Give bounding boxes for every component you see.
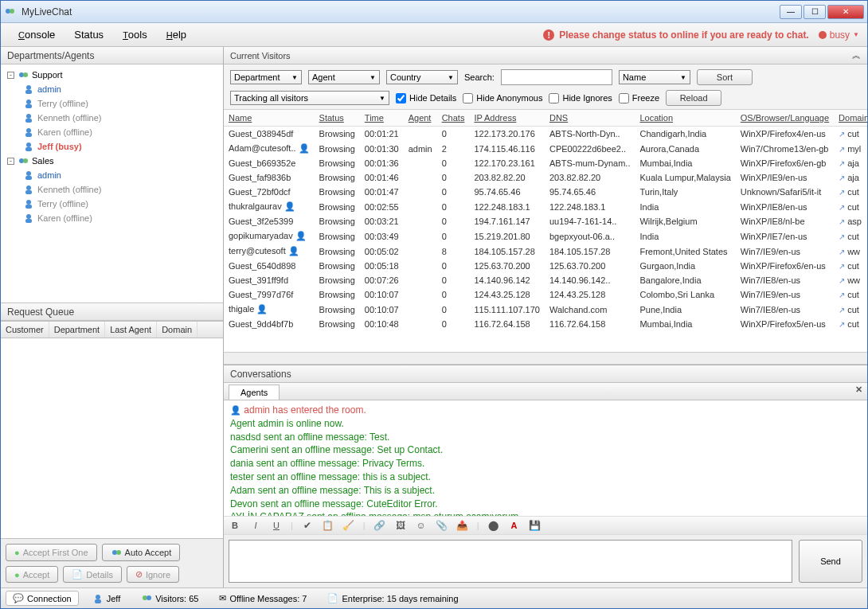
reload-button[interactable]: Reload [666,90,721,106]
table-row[interactable]: Guest_b669352eBrowsing00:01:360122.170.2… [224,156,867,170]
tree-user[interactable]: Karen (offline) [2,211,221,225]
department-dropdown[interactable]: Department▼ [230,70,302,84]
accept-button[interactable]: ●Accept [6,566,58,583]
details-button[interactable]: 📄Details [63,566,122,583]
tree-user[interactable]: admin [2,82,221,96]
maximize-button[interactable]: ☐ [803,5,826,19]
agents-tree[interactable]: -SupportadminTerry (offline)Kenneth (off… [1,64,223,303]
sb-connection[interactable]: 💬Connection [6,591,79,606]
table-row[interactable]: Guest_038945dfBrowsing00:01:210122.173.2… [224,127,867,142]
font-color-icon[interactable]: A [508,519,521,532]
sort-button[interactable]: Sort [697,69,753,85]
table-row[interactable]: Adam@cutesoft.. 👤Browsing00:01:30admin21… [224,141,867,156]
svg-point-18 [26,185,31,190]
scrollbar[interactable] [224,352,867,365]
warning-icon: ! [543,29,554,41]
conv-line: Camerini sent an offline message: Set up… [230,443,861,457]
th-ip[interactable]: IP Address [469,110,545,127]
conv-line: nasdsd sent an offline message: Test. [230,431,861,444]
col-customer[interactable]: Customer [1,322,49,338]
tree-group[interactable]: -Sales [2,154,221,168]
tree-user[interactable]: Jeff (busy) [2,139,221,154]
spellcheck-icon[interactable]: ✔ [301,519,314,532]
conv-line: Devon sent an offline message: CuteEdito… [230,498,861,511]
th-time[interactable]: Time [360,110,404,127]
svg-rect-21 [25,205,32,209]
menu-tools[interactable]: Tools [113,25,157,44]
th-name[interactable]: Name [224,110,315,127]
minimize-button[interactable]: — [780,5,802,19]
table-row[interactable]: Guest_391ff9fdBrowsing00:07:26014.140.96… [224,273,867,287]
th-status[interactable]: Status [315,110,360,127]
table-row[interactable]: Guest_faf9836bBrowsing00:01:460203.82.82… [224,170,867,185]
tab-agents[interactable]: Agents [229,385,280,400]
close-button[interactable]: ✕ [827,5,864,19]
col-department[interactable]: Department [49,322,105,338]
search-input[interactable] [501,69,612,85]
tree-group[interactable]: -Support [2,68,221,82]
tree-user[interactable]: Terry (offline) [2,197,221,211]
col-last-agent[interactable]: Last Agent [105,322,157,338]
table-row[interactable]: terry@cutesoft 👤Browsing00:05:028184.105… [224,244,867,259]
country-dropdown[interactable]: Country▼ [386,70,458,84]
tab-close-icon[interactable]: ✕ [850,383,867,400]
save-icon[interactable]: 💾 [529,519,542,532]
table-row[interactable]: thukralgaurav 👤Browsing00:02:550122.248.… [224,199,867,214]
image-icon[interactable]: 🖼 [394,519,407,532]
th-agent[interactable]: Agent [404,110,437,127]
tree-user[interactable]: Kenneth (offline) [2,182,221,197]
table-row[interactable]: Guest_6540d898Browsing00:05:180125.63.70… [224,259,867,273]
tree-user[interactable]: Karen (offline) [2,125,221,139]
attach-icon[interactable]: 📎 [436,519,448,532]
name-dropdown[interactable]: Name▼ [619,70,690,84]
send-file-icon[interactable]: 📤 [456,519,469,532]
col-domain[interactable]: Domain [157,322,197,338]
menu-status[interactable]: Status [65,25,113,44]
table-row[interactable]: Guest_9dd4bf7bBrowsing00:10:480116.72.64… [224,317,867,331]
conversation-body: 👤 admin has entered the room.Agent admin… [224,400,867,516]
message-input[interactable] [229,540,792,583]
collapse-icon[interactable]: ︽ [852,49,861,61]
tree-user[interactable]: Kenneth (offline) [2,111,221,125]
underline-icon[interactable]: U [270,519,283,532]
table-row[interactable]: gopikumaryadav 👤Browsing00:03:49015.219.… [224,228,867,244]
svg-point-29 [147,595,151,600]
menu-console[interactable]: Cdocument.currentScript.previousElementS… [9,25,65,44]
menu-help[interactable]: Help [157,25,196,44]
th-dns[interactable]: DNS [545,110,635,127]
svg-rect-23 [25,219,32,223]
table-row[interactable]: thigale 👤Browsing00:10:070115.111.107.17… [224,302,867,317]
agent-dropdown[interactable]: Agent▼ [308,70,380,84]
bold-icon[interactable]: B [229,519,241,532]
status-dropdown[interactable]: busy ▼ [819,29,859,41]
paste-icon[interactable]: 📋 [322,519,334,532]
hide-ignores-checkbox[interactable]: Hide Ignores [549,93,612,103]
sb-enterprise: 📄Enterprise: 15 days remaining [320,591,465,606]
color-icon[interactable]: ⬤ [487,519,500,532]
ignore-button[interactable]: ⊘Ignore [127,566,179,583]
tree-user[interactable]: admin [2,168,221,182]
search-label: Search: [464,72,495,82]
table-row[interactable]: Guest_72bf0dcfBrowsing00:01:47095.74.65.… [224,185,867,199]
svg-rect-7 [25,104,32,108]
th-os[interactable]: OS/Browser/Language [736,110,834,127]
emoji-icon[interactable]: ☺ [415,519,428,532]
th-chats[interactable]: Chats [437,110,470,127]
send-button[interactable]: Send [799,540,862,583]
th-domain[interactable]: Domain [834,110,867,127]
clear-icon[interactable]: 🧹 [342,519,355,532]
tree-user[interactable]: Terry (offline) [2,96,221,111]
th-location[interactable]: Location [635,110,735,127]
table-row[interactable]: Guest_7997d76fBrowsing00:10:070124.43.25… [224,287,867,302]
hide-details-checkbox[interactable]: Hide Details [396,93,456,103]
visitors-table[interactable]: Name Status Time Agent Chats IP Address … [224,110,867,352]
table-row[interactable]: Guest_3f2e5399Browsing00:03:210194.7.161… [224,214,867,228]
freeze-checkbox[interactable]: Freeze [619,93,659,103]
accept-first-button[interactable]: ●Accept First One [6,544,97,561]
italic-icon[interactable]: I [249,519,262,532]
svg-point-12 [26,142,31,147]
hide-anon-checkbox[interactable]: Hide Anonymous [463,93,542,103]
tracking-dropdown[interactable]: Tracking all visitors▼ [230,91,389,105]
link-icon[interactable]: 🔗 [373,519,386,532]
auto-accept-button[interactable]: Auto Accept [102,544,181,561]
